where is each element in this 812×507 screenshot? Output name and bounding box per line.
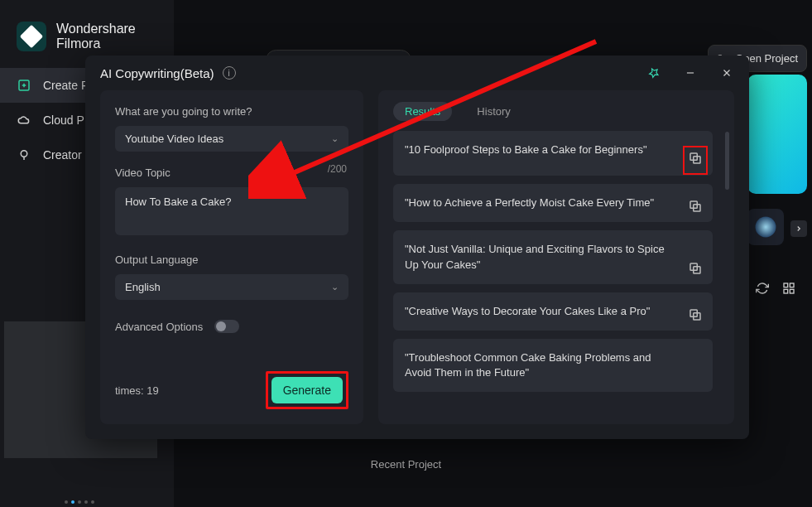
result-item: "Not Just Vanilla: Unique and Exciting F… xyxy=(393,230,713,283)
info-icon[interactable]: i xyxy=(223,66,236,80)
prompt-type-select[interactable]: Youtube Video Ideas ⌄ xyxy=(115,126,348,152)
next-button[interactable] xyxy=(790,220,807,237)
svg-rect-22 xyxy=(784,289,788,293)
copy-icon[interactable] xyxy=(688,151,703,166)
result-text: "How to Achieve a Perfectly Moist Cake E… xyxy=(405,196,654,209)
input-pane: What are you going to write? Youtube Vid… xyxy=(100,90,363,424)
feature-card[interactable] xyxy=(747,75,807,194)
language-value: English xyxy=(125,281,161,293)
modal-title: AI Copywriting(Beta) xyxy=(100,66,214,80)
result-text: "Not Just Vanilla: Unique and Exciting F… xyxy=(405,243,665,270)
advanced-label: Advanced Options xyxy=(115,321,203,333)
svg-point-19 xyxy=(756,217,776,238)
svg-rect-23 xyxy=(790,289,794,293)
language-label: Output Language xyxy=(115,254,348,266)
copy-icon[interactable] xyxy=(688,261,703,276)
close-modal-icon[interactable] xyxy=(719,65,734,80)
svg-rect-20 xyxy=(784,283,788,287)
right-tools xyxy=(756,282,795,298)
tab-results[interactable]: Results xyxy=(393,102,452,121)
results-list: "10 Foolproof Steps to Bake a Cake for B… xyxy=(393,131,719,392)
copy-icon[interactable] xyxy=(688,199,703,214)
copy-highlight xyxy=(683,146,708,175)
results-pane: Results History "10 Foolproof Steps to B… xyxy=(378,90,734,424)
advanced-options-row: Advanced Options xyxy=(115,320,348,333)
result-text: "10 Foolproof Steps to Bake a Cake for B… xyxy=(405,143,647,156)
advanced-toggle[interactable] xyxy=(214,320,239,333)
recent-project-label: Recent Project xyxy=(371,458,441,471)
logo-icon xyxy=(17,22,46,51)
result-item: "How to Achieve a Perfectly Moist Cake E… xyxy=(393,184,713,222)
topic-input[interactable] xyxy=(115,187,348,235)
language-select[interactable]: English ⌄ xyxy=(115,274,348,300)
generate-highlight: Generate xyxy=(266,371,348,409)
svg-rect-21 xyxy=(790,283,794,287)
minimize-modal-icon[interactable] xyxy=(683,65,698,80)
result-text: "Troubleshoot Common Cake Baking Problem… xyxy=(405,351,651,379)
pagination-dots xyxy=(65,500,94,504)
brand-text: Wondershare Filmora xyxy=(56,22,136,51)
copy-icon[interactable] xyxy=(688,307,703,322)
char-counter: /200 xyxy=(328,163,347,175)
bulb-icon xyxy=(17,147,31,162)
results-tabs: Results History xyxy=(393,102,719,121)
result-item: "Troubleshoot Common Cake Baking Problem… xyxy=(393,339,713,392)
result-text: "Creative Ways to Decorate Your Cakes Li… xyxy=(405,305,650,317)
pin-icon[interactable] xyxy=(646,65,661,80)
scrollbar[interactable] xyxy=(725,132,729,190)
chevron-down-icon: ⌄ xyxy=(331,133,339,144)
refresh-icon[interactable] xyxy=(756,282,769,298)
chevron-down-icon: ⌄ xyxy=(331,282,339,292)
brand-line1: Wondershare xyxy=(56,22,136,36)
svg-point-16 xyxy=(21,151,27,157)
brand-line2: Filmora xyxy=(56,36,136,51)
sidebar-item-label: Creator xyxy=(43,148,82,162)
topic-label: Video Topic xyxy=(115,167,348,179)
prompt-type-label: What are you going to write? xyxy=(115,105,348,118)
plus-square-icon xyxy=(17,78,31,93)
modal-header: AI Copywriting(Beta) i xyxy=(85,56,749,90)
sidebar-item-label: Create P xyxy=(43,79,89,92)
generate-button[interactable]: Generate xyxy=(271,377,343,403)
ai-copywriting-modal: AI Copywriting(Beta) i What are you goin… xyxy=(85,56,749,439)
grid-view-icon[interactable] xyxy=(782,282,795,298)
times-remaining: times: 19 xyxy=(115,384,159,397)
tab-history[interactable]: History xyxy=(465,102,521,121)
sidebar-item-label: Cloud P xyxy=(43,113,84,127)
result-item: "10 Foolproof Steps to Bake a Cake for B… xyxy=(393,131,713,176)
result-item: "Creative Ways to Decorate Your Cakes Li… xyxy=(393,292,713,331)
cloud-nav-icon xyxy=(17,113,31,128)
prompt-type-value: Youtube Video Ideas xyxy=(125,133,223,145)
feature-thumb[interactable] xyxy=(747,209,784,245)
